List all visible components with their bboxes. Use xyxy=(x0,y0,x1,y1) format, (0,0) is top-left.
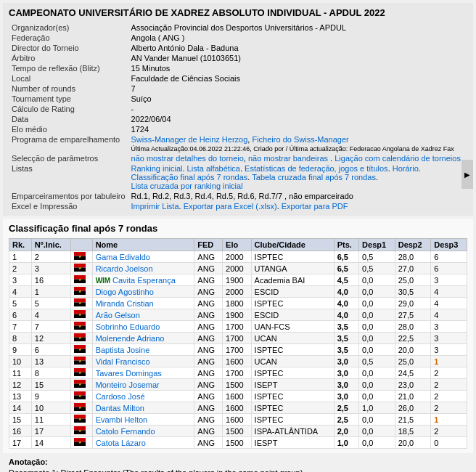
cell-init: 1 xyxy=(31,286,70,298)
cell-d3: 3 xyxy=(431,344,467,356)
cell-pts: 3,0 xyxy=(334,379,358,391)
cell-d2: 18,5 xyxy=(395,426,431,437)
cell-init: 12 xyxy=(31,333,70,344)
cell-d3: 6 xyxy=(431,263,467,274)
player-link[interactable]: Cardoso José xyxy=(96,392,145,401)
cell-d1: 0,0 xyxy=(359,333,395,344)
cell-d1: 0,0 xyxy=(359,367,395,379)
table-row: 812 ★ Molenende AdrianoANG1700UCAN3,50,0… xyxy=(9,333,467,344)
scroll-arrow[interactable]: ▶ xyxy=(461,160,473,189)
excel-label: Excel e Impressão xyxy=(9,201,128,211)
cell-flag: ★ xyxy=(71,391,93,402)
rating-value: - xyxy=(128,104,467,114)
ranking-inicial-link[interactable]: Ranking inicial xyxy=(131,164,183,173)
swiss-manager-file-link[interactable]: Ficheiro do Swiss-Manager xyxy=(252,135,348,144)
cell-d1: 0,0 xyxy=(359,321,395,333)
player-link[interactable]: Dantas Milton xyxy=(96,404,144,412)
cell-d3: 1 xyxy=(431,414,467,426)
classif-final-link[interactable]: Classificação final após 7 rondas xyxy=(131,173,248,182)
export-pdf-link[interactable]: Exportar para PDF xyxy=(282,202,348,211)
cell-d3: 2 xyxy=(431,367,467,379)
info-row-elo: Elo médio 1724 xyxy=(9,124,467,134)
player-link[interactable]: Ricardo Joelson xyxy=(96,264,153,273)
lista-cruzada-link[interactable]: Lista cruzada por ranking inicial xyxy=(131,182,243,190)
player-link[interactable]: Miranda Cristian xyxy=(96,299,154,308)
cell-d3: 0 xyxy=(431,437,467,449)
cell-d1: 0,0 xyxy=(359,437,395,449)
player-link[interactable]: Diogo Agostinho xyxy=(96,288,154,296)
player-link[interactable]: Catota Lázaro xyxy=(96,439,146,447)
lista-alfabetica-link[interactable]: Lista alfabética xyxy=(187,164,240,173)
cell-name: Diogo Agostinho xyxy=(92,286,194,298)
player-link[interactable]: Sobrinho Eduardo xyxy=(96,322,160,331)
cell-init: 17 xyxy=(31,426,70,437)
table-row: 1511 ★ Evambi HeltonANG1600ISPTEC2,50,02… xyxy=(9,414,467,426)
cell-rk: 17 xyxy=(9,437,32,449)
federation-value: Angola ( ANG ) xyxy=(128,33,467,43)
cell-rk: 15 xyxy=(9,414,32,426)
col-fed: FED xyxy=(194,239,223,251)
cell-flag: ★ xyxy=(71,367,93,379)
cell-pts: 2,5 xyxy=(334,402,358,414)
cell-pts: 2,0 xyxy=(334,426,358,437)
player-link[interactable]: Tavares Domingas xyxy=(96,369,162,378)
swiss-manager-link[interactable]: Swiss-Manager de Heinz Herzog xyxy=(131,135,248,144)
table-row: 64 ★ Arão GelsonANG1900ESCID4,00,027,54 xyxy=(9,309,467,321)
info-row-organizer: Organizador(es) Associação Provincial do… xyxy=(9,23,467,33)
cell-flag: ★ xyxy=(71,356,93,367)
cell-flag: ★ xyxy=(71,344,93,356)
cell-d2: 28,0 xyxy=(395,321,431,333)
cell-fed: ANG xyxy=(194,298,223,309)
cell-club: ISPA-ATLÂNTIDA xyxy=(251,426,334,437)
cell-d3: 4 xyxy=(431,309,467,321)
cell-elo: 1600 xyxy=(223,414,252,426)
cell-d1: 0,5 xyxy=(359,251,395,263)
estatisticas-link[interactable]: Estatísticas de federação, jogos e títul… xyxy=(245,164,388,173)
table-row: 77 ★ Sobrinho EduardoANG1700UAN-FCS3,50,… xyxy=(9,321,467,333)
cell-d2: 27,0 xyxy=(395,263,431,274)
cell-club: UTANGA xyxy=(251,263,334,274)
horario-link[interactable]: Horário xyxy=(393,164,419,173)
pairing-label: Programa de emparelhamento xyxy=(9,134,128,145)
cell-elo: 1600 xyxy=(223,356,252,367)
player-link[interactable]: Gama Edivaldo xyxy=(96,253,150,261)
col-rk: Rk. xyxy=(9,239,32,251)
param-link-1[interactable]: não mostrar detalhes do torneio xyxy=(131,154,244,163)
info-row-last-update: Última Actualização:04.06.2022 21:22:46,… xyxy=(9,145,467,153)
info-row-arbiter: Árbitro AN Vander Manuel (10103651) xyxy=(9,53,467,63)
player-link[interactable]: Monteiro Josemar xyxy=(96,381,160,389)
cell-club: Academia BAI xyxy=(251,274,334,286)
cell-flag: ★ xyxy=(71,414,93,426)
tabela-cruzada-link[interactable]: Tabela cruzada final após 7 rondas xyxy=(252,173,376,182)
table-row: 118 ★ Tavares DomingasANG1700ISPTEC3,00,… xyxy=(9,367,467,379)
cell-pts: 4,0 xyxy=(334,286,358,298)
cell-d1: 0,5 xyxy=(359,356,395,367)
cell-name: Miranda Cristian xyxy=(92,298,194,309)
export-excel-link[interactable]: Exportar para Excel (.xlsx) xyxy=(184,202,277,211)
cell-pts: 3,0 xyxy=(334,391,358,402)
cell-elo: 1800 xyxy=(223,298,252,309)
param-link-2[interactable]: não mostrar bandeiras xyxy=(248,154,328,163)
player-link[interactable]: Arão Gelson xyxy=(96,311,140,320)
param-link-3[interactable]: Ligação com calendário de torneios xyxy=(335,154,461,163)
cell-club: ISPTEC xyxy=(251,251,334,263)
col-d2: Desp2 xyxy=(395,239,431,251)
elo-value: 1724 xyxy=(128,124,467,134)
table-row: 1617 ★ Catolo FernandoANG1500ISPA-ATLÂNT… xyxy=(9,426,467,437)
cell-d2: 21,0 xyxy=(395,391,431,402)
player-link[interactable]: Molenende Adriano xyxy=(96,334,165,343)
info-row-date: Data 2022/06/04 xyxy=(9,114,467,124)
cell-flag: ★ xyxy=(71,309,93,321)
cell-name: Catolo Fernando xyxy=(92,426,194,437)
player-link[interactable]: Baptista Josine xyxy=(96,346,150,354)
cell-rk: 6 xyxy=(9,309,32,321)
cell-d1: 0,0 xyxy=(359,274,395,286)
player-link[interactable]: Catolo Fernando xyxy=(96,427,155,436)
info-row-pairing-tabuleiro: Emparceiramentos por tabuleiro Rd.1, Rd.… xyxy=(9,191,467,201)
player-link[interactable]: Evambi Helton xyxy=(96,415,148,424)
player-link[interactable]: Vidal Francisco xyxy=(96,357,150,366)
cell-name: Vidal Francisco xyxy=(92,356,194,367)
imprimir-link[interactable]: Imprimir Lista xyxy=(131,202,179,211)
player-link[interactable]: Cavita Esperança xyxy=(112,276,176,285)
pairing-value: Swiss-Manager de Heinz Herzog, Ficheiro … xyxy=(128,134,467,145)
